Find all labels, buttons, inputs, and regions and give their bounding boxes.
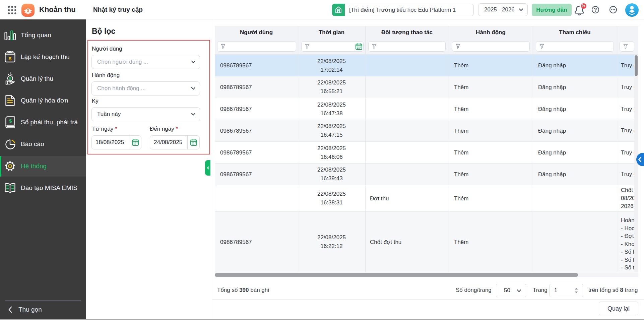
svg-text:$: $ (9, 118, 12, 124)
svg-text:$: $ (9, 76, 12, 81)
svg-text:$: $ (9, 56, 12, 61)
svg-text:$: $ (27, 8, 29, 12)
